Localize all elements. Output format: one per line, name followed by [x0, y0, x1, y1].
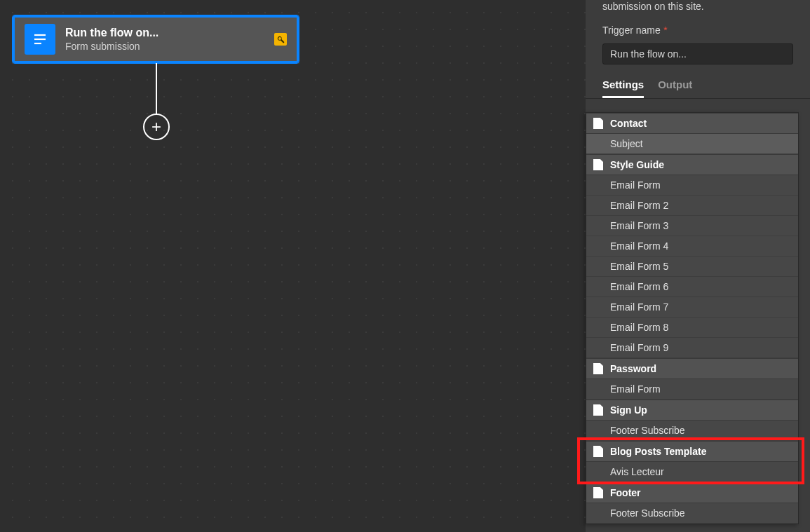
trigger-description: submission on this site.: [586, 0, 810, 18]
dropdown-group-header: Sign Up: [586, 400, 798, 421]
trigger-node-subtitle: Form submission: [65, 41, 274, 52]
dropdown-item[interactable]: Email Form 4: [586, 236, 798, 257]
tab-settings[interactable]: Settings: [602, 73, 644, 98]
dropdown-group-label: Sign Up: [610, 404, 647, 416]
dropdown-group-label: Style Guide: [610, 159, 664, 170]
page-icon: [593, 363, 603, 374]
trigger-node-title: Run the flow on...: [65, 27, 274, 39]
dropdown-item[interactable]: Subject: [586, 134, 798, 154]
page-icon: [593, 404, 603, 416]
dropdown-item[interactable]: Email Form 8: [586, 318, 798, 338]
dropdown-group-header: Footer: [586, 482, 798, 503]
dropdown-item[interactable]: Email Form 7: [586, 297, 798, 318]
dropdown-group-label: Contact: [610, 118, 647, 129]
dropdown-item[interactable]: Email Form 6: [586, 277, 798, 297]
dropdown-item[interactable]: Avis Lecteur: [586, 462, 798, 482]
dropdown-item[interactable]: Email Form 2: [586, 196, 798, 216]
trigger-name-row: Trigger name *: [586, 18, 810, 39]
dropdown-group-header: Password: [586, 358, 798, 379]
required-marker: *: [663, 25, 667, 36]
page-icon: [593, 118, 603, 129]
page-icon: [593, 159, 603, 170]
trigger-node[interactable]: Run the flow on... Form submission: [13, 15, 299, 63]
dropdown-group-label: Footer: [610, 487, 641, 498]
form-select-dropdown[interactable]: ContactSubjectStyle GuideEmail FormEmail…: [586, 112, 799, 524]
trigger-name-label: Trigger name: [602, 25, 661, 36]
dropdown-item[interactable]: Email Form 5: [586, 257, 798, 277]
dropdown-item[interactable]: Email Form: [586, 175, 798, 196]
dropdown-item[interactable]: Email Form: [586, 379, 798, 400]
dropdown-group-header: Blog Posts Template: [586, 441, 798, 462]
dropdown-group-header: Contact: [586, 113, 798, 134]
wrench-icon[interactable]: [274, 33, 287, 46]
page-icon: [593, 487, 603, 498]
dropdown-item[interactable]: Footer Subscribe: [586, 421, 798, 441]
add-step-button[interactable]: +: [143, 114, 170, 140]
inspector-tabs: Settings Output: [586, 73, 810, 99]
dropdown-group-header: Style Guide: [586, 154, 798, 175]
dropdown-item[interactable]: Email Form 9: [586, 338, 798, 358]
flow-canvas[interactable]: Run the flow on... Form submission +: [0, 0, 586, 532]
connector-line: [156, 63, 157, 115]
dropdown-group-label: Blog Posts Template: [610, 446, 706, 457]
dropdown-item[interactable]: Footer Subscribe: [586, 503, 798, 524]
dropdown-group-label: Password: [610, 363, 656, 374]
dropdown-item[interactable]: Email Form 3: [586, 216, 798, 236]
form-icon: [25, 24, 55, 55]
tab-output[interactable]: Output: [658, 73, 692, 98]
trigger-name-input[interactable]: Run the flow on...: [602, 43, 793, 64]
trigger-node-text: Run the flow on... Form submission: [65, 27, 274, 52]
page-icon: [593, 446, 603, 457]
